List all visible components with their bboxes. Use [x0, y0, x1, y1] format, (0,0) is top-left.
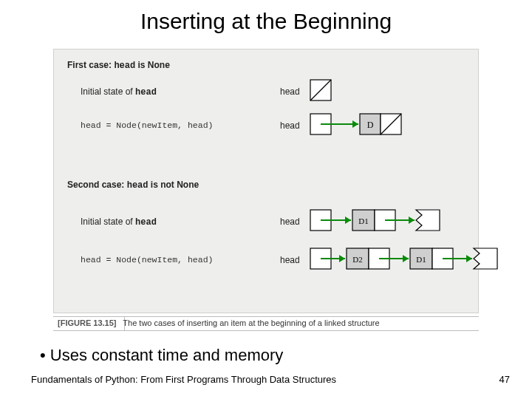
initial-head-word: head [135, 87, 157, 98]
null-box-1 [310, 79, 339, 103]
page-number: 47 [499, 374, 510, 385]
case1-row1-head: head [280, 86, 300, 97]
svg-marker-29 [466, 255, 472, 262]
svg-marker-24 [403, 255, 409, 262]
svg-marker-16 [416, 210, 440, 231]
svg-marker-4 [352, 120, 358, 128]
case2-row1-head: head [280, 216, 300, 227]
case2-head-word: head [127, 180, 149, 191]
case2-code: head = Node(newItem, head) [81, 255, 213, 265]
slide: Inserting at the Beginning First case: h… [0, 0, 532, 399]
case1-heading: First case: head is None [67, 60, 170, 71]
footer-text: Fundamentals of Python: From First Progr… [31, 374, 336, 385]
svg-marker-10 [345, 216, 351, 224]
initial-label-text: Initial state of [81, 86, 133, 97]
case2-heading: Second case: head is not None [67, 180, 199, 191]
case1-code: head = Node(newItem, head) [81, 120, 213, 130]
initial-label-text-2: Initial state of [81, 216, 133, 227]
case1-head-word: head [114, 61, 135, 71]
case2-row2-head: head [280, 255, 300, 265]
page-title: Inserting at the Beginning [0, 9, 532, 34]
figure-caption-bar: [FIGURE 13.15] The two cases of insertin… [53, 316, 479, 331]
case2-row2-diagram: D2 D1 [310, 248, 532, 273]
case1-initial-label: Initial state of head [81, 86, 157, 98]
case1-prefix: First case: [67, 60, 114, 70]
case2-suffix: is not None [149, 180, 200, 190]
case1-suffix: is None [135, 60, 170, 70]
case2-prefix: Second case: [67, 180, 127, 190]
figure-number: [FIGURE 13.15] [58, 318, 116, 327]
bullet-point: • Uses constant time and memory [40, 346, 283, 365]
svg-text:D1: D1 [358, 216, 368, 225]
case2-initial-label: Initial state of head [81, 216, 157, 228]
case2-row1-diagram: D1 [310, 209, 480, 234]
figure-caption-text: The two cases of inserting an item at th… [123, 318, 379, 327]
svg-text:D1: D1 [416, 255, 426, 264]
figure-panel: First case: head is None Initial state o… [53, 49, 479, 313]
node-D-label: D [367, 120, 374, 130]
case1-node-diagram: D [310, 113, 428, 137]
svg-marker-15 [409, 216, 415, 224]
initial-head-word-2: head [135, 217, 157, 228]
svg-marker-19 [339, 255, 345, 262]
svg-text:D2: D2 [352, 255, 362, 264]
svg-marker-30 [474, 248, 497, 269]
figure-caption: [FIGURE 13.15] The two cases of insertin… [58, 318, 380, 327]
case1-row2-head: head [280, 120, 300, 131]
